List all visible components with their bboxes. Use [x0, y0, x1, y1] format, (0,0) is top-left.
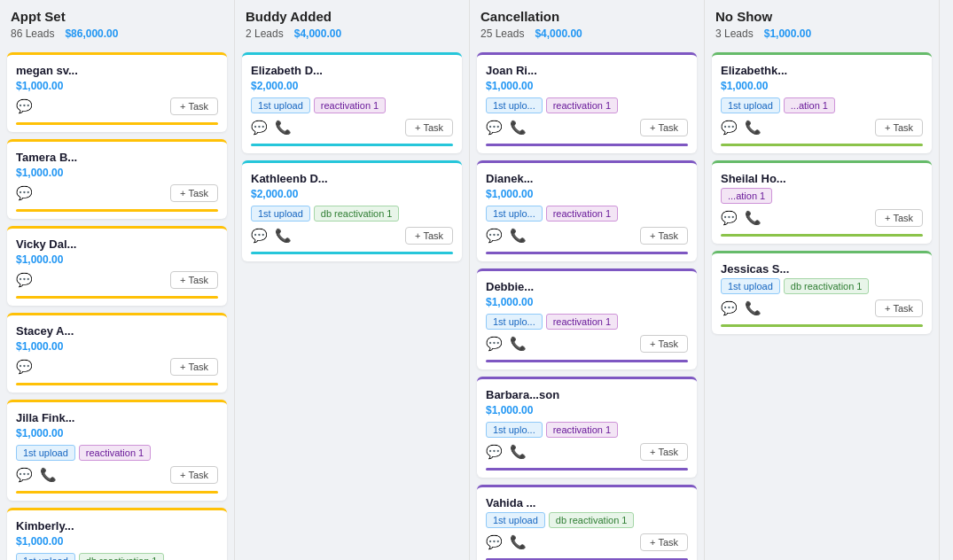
add-task-button[interactable]: + Task [640, 335, 688, 353]
chat-icon[interactable]: 💬 [16, 467, 33, 483]
table-row: Barbara...son$1,000.001st uplo...reactiv… [477, 377, 697, 478]
card-footer: 💬+ Task [16, 97, 218, 115]
add-task-button[interactable]: + Task [640, 443, 688, 461]
table-row: Jessicas S...1st uploaddb reactivation 1… [712, 251, 932, 334]
card-footer: 💬+ Task [16, 271, 218, 289]
phone-icon[interactable]: 📞 [510, 120, 527, 136]
card-divider [251, 144, 453, 146]
chat-icon[interactable]: 💬 [251, 228, 268, 244]
card-amount: $1,000.00 [16, 253, 218, 266]
tag-upload[interactable]: 1st upload [721, 278, 780, 294]
phone-icon[interactable]: 📞 [745, 210, 762, 226]
card-name: Debbie... [486, 280, 645, 293]
table-row: Joan Ri...$1,000.001st uplo...reactivati… [477, 52, 697, 153]
tag-upload[interactable]: 1st upload [16, 445, 75, 461]
tag-upload[interactable]: 1st upload [16, 553, 75, 560]
card-divider [486, 468, 688, 471]
chat-icon[interactable]: 💬 [486, 336, 503, 352]
tag-upload[interactable]: 1st upload [721, 97, 780, 113]
tag-reactivation[interactable]: reactivation 1 [546, 422, 618, 438]
chat-icon[interactable]: 💬 [16, 185, 33, 201]
add-task-button[interactable]: + Task [640, 119, 688, 136]
card-tags: 1st uplo...reactivation 1 [486, 314, 688, 330]
phone-icon[interactable]: 📞 [275, 228, 292, 244]
add-task-button[interactable]: + Task [170, 184, 218, 202]
chat-icon[interactable]: 💬 [721, 120, 738, 136]
card-footer: 💬📞+ Task [486, 335, 688, 353]
tag-upload[interactable]: 1st uplo... [486, 422, 543, 438]
add-task-button[interactable]: + Task [170, 97, 218, 115]
phone-icon[interactable]: 📞 [510, 534, 527, 550]
table-row: Vicky Dal...$1,000.00💬+ Task [7, 226, 227, 306]
chat-icon[interactable]: 💬 [721, 210, 738, 226]
chat-icon[interactable]: 💬 [16, 359, 33, 375]
table-row: Dianek...$1,000.001st uplo...reactivatio… [477, 160, 697, 261]
add-task-button[interactable]: + Task [875, 299, 923, 317]
tag-db-reactivation[interactable]: db reactivation 1 [549, 512, 635, 528]
column-cards-buddy-added: Elizabeth D...$2,000.001st uploadreactiv… [235, 47, 469, 560]
card-footer: 💬📞+ Task [16, 466, 218, 484]
card-name: Kimberly... [16, 519, 176, 533]
chat-icon[interactable]: 💬 [486, 444, 503, 460]
tag-db-reactivation[interactable]: db reactivation 1 [314, 206, 400, 222]
chat-icon[interactable]: 💬 [16, 98, 33, 114]
card-amount: $1,000.00 [486, 80, 688, 92]
tag-reactivation[interactable]: reactivation 1 [314, 97, 386, 113]
add-task-button[interactable]: + Task [170, 466, 218, 484]
card-divider [721, 324, 923, 327]
chat-icon[interactable]: 💬 [486, 534, 503, 550]
chat-icon[interactable]: 💬 [16, 272, 33, 288]
card-divider [251, 252, 453, 254]
phone-icon[interactable]: 📞 [510, 228, 527, 244]
phone-icon[interactable]: 📞 [745, 300, 762, 316]
column-header-appt-set: Appt Set86 Leads$86,000.00 [0, 0, 234, 47]
card-tags: 1st uplo...reactivation 1 [486, 422, 688, 438]
tag-upload[interactable]: 1st upload [251, 97, 310, 113]
add-task-button[interactable]: + Task [875, 209, 923, 227]
tag-upload[interactable]: 1st upload [251, 206, 310, 222]
add-task-button[interactable]: + Task [405, 227, 453, 245]
add-task-button[interactable]: + Task [875, 119, 923, 136]
phone-icon[interactable]: 📞 [510, 336, 527, 352]
chat-icon[interactable]: 💬 [486, 120, 503, 136]
chat-icon[interactable]: 💬 [721, 300, 738, 316]
card-amount: $1,000.00 [16, 535, 218, 548]
card-divider [486, 144, 688, 146]
tag-reactivation[interactable]: ...ation 1 [721, 188, 772, 204]
card-name: Stacey A... [16, 324, 176, 338]
card-footer: 💬+ Task [16, 358, 218, 376]
chat-icon[interactable]: 💬 [486, 228, 503, 244]
tag-reactivation[interactable]: reactivation 1 [546, 314, 618, 330]
phone-icon[interactable]: 📞 [40, 467, 57, 483]
card-name: Kathleenb D... [251, 172, 410, 185]
card-name: Dianek... [486, 172, 645, 185]
card-amount: $1,000.00 [721, 80, 923, 92]
tag-reactivation[interactable]: reactivation 1 [79, 445, 151, 461]
phone-icon[interactable]: 📞 [275, 120, 292, 136]
table-row: Tamera B...$1,000.00💬+ Task [7, 139, 227, 219]
tag-upload[interactable]: 1st uplo... [486, 206, 543, 222]
tag-db-reactivation[interactable]: db reactivation 1 [79, 553, 165, 560]
card-tags: 1st uploadreactivation 1 [16, 445, 218, 461]
table-row: Vahida ...1st uploaddb reactivation 1💬📞+… [477, 485, 697, 560]
phone-icon[interactable]: 📞 [745, 120, 762, 136]
tag-reactivation[interactable]: reactivation 1 [546, 206, 618, 222]
tag-upload[interactable]: 1st uplo... [486, 97, 543, 113]
card-name: Barbara...son [486, 388, 645, 401]
leads-amount-cancellation: $4,000.00 [535, 27, 582, 40]
column-title-appt-set: Appt Set [11, 9, 223, 24]
tag-upload[interactable]: 1st upload [486, 512, 545, 528]
tag-reactivation[interactable]: ...ation 1 [784, 97, 835, 113]
phone-icon[interactable]: 📞 [510, 444, 527, 460]
tag-upload[interactable]: 1st uplo... [486, 314, 543, 330]
add-task-button[interactable]: + Task [170, 271, 218, 289]
add-task-button[interactable]: + Task [640, 533, 688, 551]
add-task-button[interactable]: + Task [170, 358, 218, 376]
tag-reactivation[interactable]: reactivation 1 [546, 97, 618, 113]
card-tags: 1st uplo...reactivation 1 [486, 206, 688, 222]
column-title-cancellation: Cancellation [480, 9, 693, 24]
tag-db-reactivation[interactable]: db reactivation 1 [784, 278, 870, 294]
add-task-button[interactable]: + Task [640, 227, 688, 245]
chat-icon[interactable]: 💬 [251, 120, 268, 136]
add-task-button[interactable]: + Task [405, 119, 453, 136]
